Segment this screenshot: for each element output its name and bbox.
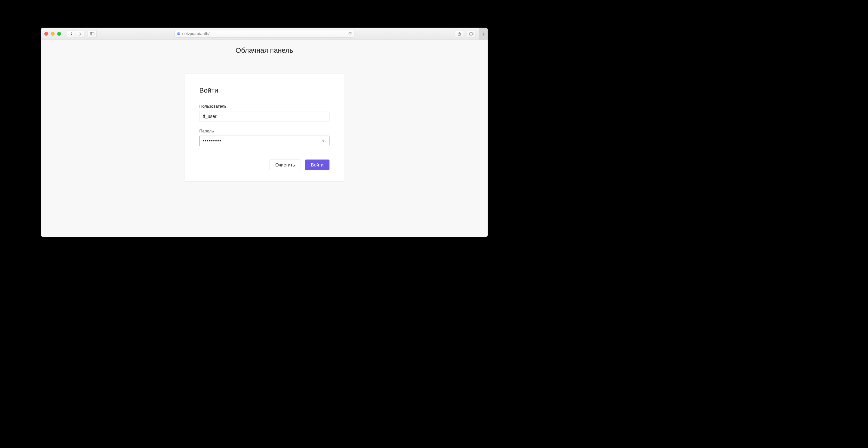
- divider: [199, 153, 330, 153]
- svg-rect-7: [469, 33, 472, 35]
- reload-button[interactable]: [348, 32, 352, 36]
- page-content: Облачная панель Войти Пользователь Парол…: [41, 40, 488, 237]
- back-button[interactable]: [67, 30, 76, 37]
- card-title: Войти: [199, 86, 330, 94]
- page-title: Облачная панель: [41, 46, 488, 54]
- svg-rect-0: [90, 32, 94, 35]
- browser-toolbar: selvpc.ru/auth/: [41, 28, 488, 40]
- minimize-window-button[interactable]: [51, 32, 55, 36]
- forward-button[interactable]: [76, 30, 85, 37]
- username-label: Пользователь: [199, 104, 330, 109]
- submit-button[interactable]: Войти: [305, 160, 329, 170]
- password-input[interactable]: [203, 136, 320, 146]
- password-field: Пароль: [199, 128, 330, 147]
- login-card: Войти Пользователь Пароль: [185, 73, 344, 182]
- svg-rect-10: [323, 142, 324, 142]
- close-window-button[interactable]: [44, 32, 48, 36]
- url-text: selvpc.ru/auth/: [183, 31, 210, 36]
- password-input-wrap[interactable]: [199, 136, 330, 146]
- key-icon[interactable]: [322, 140, 327, 143]
- sidebar-icon: [90, 32, 94, 35]
- share-button[interactable]: [455, 30, 464, 37]
- address-bar[interactable]: selvpc.ru/auth/: [175, 30, 354, 37]
- window-controls: [44, 32, 61, 36]
- nav-buttons: [67, 30, 85, 37]
- new-tab-button[interactable]: ＋: [479, 28, 488, 40]
- chevron-right-icon: [79, 32, 82, 36]
- chevron-left-icon: [70, 32, 72, 36]
- username-input[interactable]: [199, 111, 330, 122]
- username-field: Пользователь: [199, 104, 330, 122]
- share-icon: [458, 31, 461, 36]
- browser-window: selvpc.ru/auth/: [41, 28, 488, 237]
- clear-button[interactable]: Очистить: [269, 160, 301, 170]
- maximize-window-button[interactable]: [57, 32, 61, 36]
- tabs-icon: [469, 32, 473, 35]
- form-actions: Очистить Войти: [199, 160, 330, 170]
- password-label: Пароль: [199, 128, 330, 134]
- tabs-button[interactable]: [467, 30, 476, 37]
- plus-icon: ＋: [480, 30, 486, 37]
- svg-rect-9: [323, 141, 323, 142]
- sidebar-toggle-button[interactable]: [88, 30, 97, 37]
- globe-icon: [177, 32, 181, 35]
